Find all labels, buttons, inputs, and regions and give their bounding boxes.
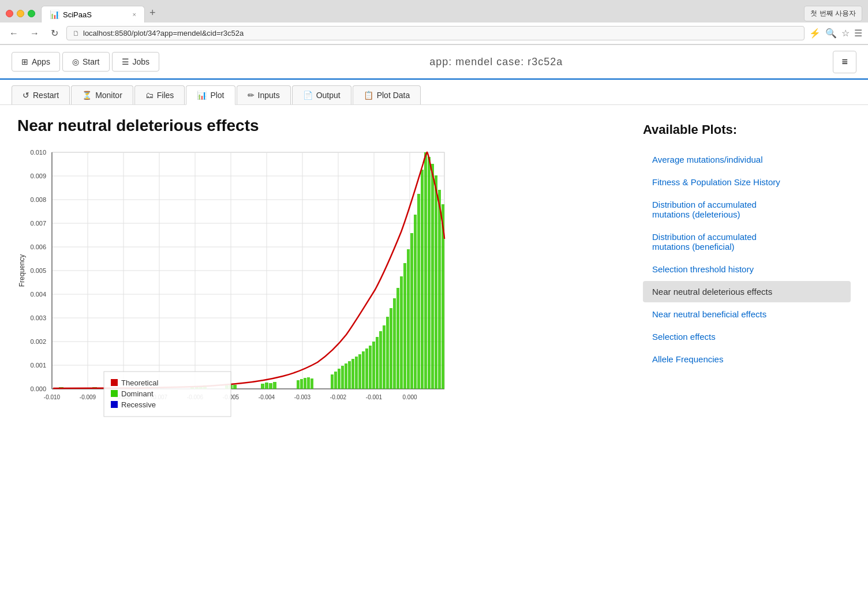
plot-icon: 📊 bbox=[197, 91, 207, 100]
svg-rect-99 bbox=[438, 190, 441, 389]
chart-area: Near neutral deleterious effects bbox=[17, 117, 620, 418]
sidebar-link-allele-freq[interactable]: Allele Frequencies bbox=[643, 348, 851, 370]
search-icon[interactable]: 🔍 bbox=[825, 28, 837, 39]
svg-rect-61 bbox=[269, 383, 272, 389]
svg-text:0.000: 0.000 bbox=[402, 394, 417, 400]
tab-bar: 📊 SciPaaS × + bbox=[41, 5, 804, 23]
forward-button[interactable]: → bbox=[27, 27, 43, 40]
sidebar-link-fitness-history[interactable]: Fitness & Population Size History bbox=[643, 171, 851, 193]
browser-actions: ⚡ 🔍 ☆ ☰ bbox=[809, 28, 862, 39]
title-bar: 📊 SciPaaS × + 첫 번째 사용자 bbox=[0, 0, 868, 23]
browser-chrome: 📊 SciPaaS × + 첫 번째 사용자 ← → ↻ 🗋 localhost… bbox=[0, 0, 868, 45]
svg-text:Dominant: Dominant bbox=[121, 389, 154, 398]
maximize-traffic-light[interactable] bbox=[28, 10, 35, 17]
svg-text:0.010: 0.010 bbox=[30, 149, 46, 156]
minimize-traffic-light[interactable] bbox=[17, 10, 24, 17]
svg-text:0.009: 0.009 bbox=[30, 173, 46, 179]
new-tab-button[interactable]: + bbox=[145, 5, 160, 21]
svg-rect-75 bbox=[355, 357, 358, 389]
start-button[interactable]: ◎ Start bbox=[62, 52, 110, 72]
svg-text:-0.004: -0.004 bbox=[259, 394, 275, 400]
jobs-button[interactable]: ☰ Jobs bbox=[112, 52, 160, 72]
apps-label: Apps bbox=[32, 57, 50, 66]
address-bar-row: ← → ↻ 🗋 localhost:8580/plot/34?app=mende… bbox=[0, 23, 868, 44]
jobs-label: Jobs bbox=[133, 57, 150, 66]
hamburger-button[interactable]: ≡ bbox=[833, 51, 856, 73]
svg-rect-95 bbox=[424, 152, 427, 389]
sidebar-link-selection-effects[interactable]: Selection effects bbox=[643, 326, 851, 347]
svg-rect-76 bbox=[358, 354, 361, 389]
svg-rect-89 bbox=[403, 263, 406, 389]
chart-title: Near neutral deleterious effects bbox=[17, 117, 620, 135]
app-navbar: ⊞ Apps ◎ Start ☰ Jobs app: mendel case: … bbox=[0, 45, 868, 80]
page-icon: 🗋 bbox=[73, 29, 80, 38]
svg-text:Theoretical: Theoretical bbox=[121, 378, 158, 387]
jobs-icon: ☰ bbox=[122, 57, 129, 66]
svg-rect-68 bbox=[331, 374, 334, 389]
url-display: localhost:8580/plot/34?app=mendel&cid=r3… bbox=[83, 29, 244, 38]
tab-files[interactable]: 🗂 Files bbox=[134, 85, 185, 104]
sidebar-link-dist-del[interactable]: Distribution of accumulatedmutations (de… bbox=[643, 194, 851, 225]
close-traffic-light[interactable] bbox=[6, 10, 13, 17]
tab-plot[interactable]: 📊 Plot bbox=[186, 85, 235, 105]
sidebar-link-selection-threshold[interactable]: Selection threshold history bbox=[643, 258, 851, 280]
sidebar-link-near-neutral-ben[interactable]: Near neutral beneficial effects bbox=[643, 303, 851, 325]
svg-rect-64 bbox=[300, 379, 303, 389]
sidebar-link-near-neutral-del[interactable]: Near neutral deleterious effects bbox=[643, 281, 851, 302]
back-button[interactable]: ← bbox=[6, 27, 22, 40]
svg-text:0.003: 0.003 bbox=[30, 314, 46, 321]
svg-rect-88 bbox=[400, 276, 403, 389]
svg-rect-85 bbox=[390, 308, 392, 389]
svg-rect-71 bbox=[341, 366, 344, 389]
svg-rect-106 bbox=[111, 401, 118, 408]
active-tab[interactable]: 📊 SciPaaS × bbox=[41, 6, 145, 23]
tab-row: ↺ Restart ⏳ Monitor 🗂 Files 📊 Plot ✏ Inp… bbox=[0, 80, 868, 105]
svg-rect-78 bbox=[365, 348, 368, 389]
svg-rect-96 bbox=[428, 157, 431, 389]
svg-rect-98 bbox=[435, 175, 437, 389]
bookmark-icon[interactable]: ☆ bbox=[841, 28, 850, 39]
svg-rect-90 bbox=[407, 249, 410, 389]
svg-text:0.007: 0.007 bbox=[30, 220, 46, 227]
svg-rect-93 bbox=[417, 194, 420, 389]
svg-text:0.001: 0.001 bbox=[30, 362, 46, 369]
menu-icon[interactable]: ☰ bbox=[854, 28, 862, 39]
svg-rect-97 bbox=[431, 164, 434, 389]
svg-rect-66 bbox=[307, 377, 310, 389]
tab-inputs[interactable]: ✏ Inputs bbox=[237, 85, 291, 104]
svg-text:0.004: 0.004 bbox=[30, 291, 46, 298]
apps-icon: ⊞ bbox=[21, 57, 28, 66]
svg-text:0.002: 0.002 bbox=[30, 338, 46, 345]
sidebar-link-avg-mutations[interactable]: Average mutations/individual bbox=[643, 149, 851, 170]
svg-rect-86 bbox=[393, 298, 396, 389]
svg-rect-63 bbox=[297, 380, 300, 389]
plotdata-icon: 📋 bbox=[364, 91, 373, 100]
svg-text:-0.003: -0.003 bbox=[294, 394, 311, 400]
korean-user-button[interactable]: 첫 번째 사용자 bbox=[804, 6, 862, 21]
tab-restart[interactable]: ↺ Restart bbox=[12, 85, 70, 104]
svg-text:-0.001: -0.001 bbox=[366, 394, 383, 400]
reload-button[interactable]: ↻ bbox=[47, 27, 62, 40]
tab-output[interactable]: 📄 Output bbox=[292, 85, 351, 104]
svg-rect-87 bbox=[396, 288, 399, 389]
tab-monitor[interactable]: ⏳ Monitor bbox=[71, 85, 133, 104]
svg-rect-69 bbox=[334, 372, 337, 389]
lightning-icon: ⚡ bbox=[809, 28, 821, 39]
apps-button[interactable]: ⊞ Apps bbox=[12, 52, 60, 72]
tab-plotdata[interactable]: 📋 Plot Data bbox=[353, 85, 421, 104]
svg-rect-94 bbox=[421, 170, 424, 389]
inputs-icon: ✏ bbox=[248, 91, 255, 100]
main-content: Near neutral deleterious effects bbox=[0, 105, 868, 429]
tab-close-button[interactable]: × bbox=[133, 11, 136, 18]
tab-restart-label: Restart bbox=[33, 91, 59, 100]
svg-rect-84 bbox=[386, 317, 389, 389]
sidebar-title: Available Plots: bbox=[643, 122, 851, 137]
svg-rect-83 bbox=[383, 325, 386, 389]
tab-output-label: Output bbox=[316, 91, 341, 100]
sidebar-link-dist-ben[interactable]: Distribution of accumulatedmutations (be… bbox=[643, 226, 851, 257]
address-box[interactable]: 🗋 localhost:8580/plot/34?app=mendel&cid=… bbox=[66, 26, 805, 40]
svg-rect-91 bbox=[410, 233, 413, 389]
svg-rect-65 bbox=[304, 378, 306, 389]
traffic-lights bbox=[6, 10, 35, 17]
svg-rect-59 bbox=[261, 384, 264, 389]
